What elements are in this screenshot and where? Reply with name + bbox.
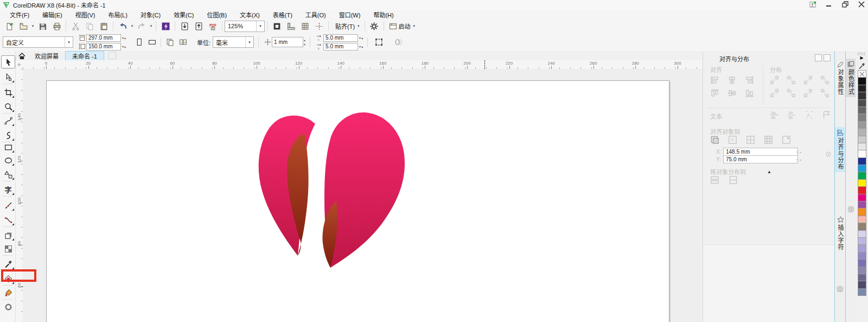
palette-swatch-25[interactable] — [858, 252, 866, 260]
docker-tab-3[interactable]: 插入字符 — [835, 214, 846, 252]
treat-as-filled-button[interactable] — [372, 36, 385, 49]
palette-swatch-28[interactable] — [858, 274, 866, 281]
drop-shadow-tool[interactable] — [1, 229, 15, 242]
page-height-input-stepper[interactable]: ▾▴ — [122, 45, 126, 48]
palette-eyedropper-icon[interactable] — [858, 62, 865, 71]
apply-to-all-pages-button[interactable] — [163, 36, 176, 49]
menu-1[interactable]: 文件(F) — [3, 10, 36, 20]
palette-swatch-26[interactable] — [858, 259, 866, 267]
page-preset-combobox[interactable]: 自定义▾ — [3, 36, 73, 48]
palette-swatch-14[interactable] — [858, 172, 866, 179]
undo-button[interactable] — [116, 20, 130, 33]
docker-float-button[interactable] — [815, 54, 822, 61]
shape-tool[interactable] — [1, 71, 15, 84]
palette-swatch-1[interactable] — [858, 77, 866, 85]
close-button[interactable] — [857, 1, 866, 8]
import-button[interactable] — [177, 20, 192, 33]
pdf-publish-button[interactable]: PDF — [206, 20, 220, 33]
page-height-input[interactable]: 150.0 mm — [86, 43, 121, 50]
palette-swatch-15[interactable] — [858, 179, 866, 187]
palette-swatch-17[interactable] — [858, 194, 866, 201]
horizontal-ruler[interactable]: 0204060801001201401601802002202402602803… — [23, 60, 703, 70]
save-button[interactable] — [35, 20, 49, 33]
fullscreen-preview-button[interactable] — [270, 20, 284, 33]
palette-swatch-16[interactable] — [858, 186, 866, 194]
account-badge-icon[interactable] — [808, 1, 817, 8]
palette-swatch-24[interactable] — [858, 244, 866, 252]
smart-fill-tool[interactable] — [1, 286, 15, 299]
minimize-button[interactable] — [825, 1, 833, 8]
grid-toggle-button[interactable] — [298, 20, 312, 33]
palette-swatch-18[interactable] — [858, 201, 866, 209]
palette-swatch-29[interactable] — [858, 281, 866, 288]
drawing-canvas[interactable] — [23, 69, 703, 322]
home-tab-icon[interactable] — [15, 52, 28, 60]
palette-swatch-27[interactable] — [858, 267, 866, 274]
text-tool[interactable]: 字 — [1, 183, 15, 196]
zoom-tool[interactable] — [1, 100, 15, 113]
nudge-distance-input[interactable]: 1 mm — [272, 37, 303, 47]
menu-4[interactable]: 布局(L) — [101, 10, 133, 20]
menu-8[interactable]: 文本(X) — [233, 10, 266, 20]
redo-dropdown[interactable]: ▾ — [149, 20, 154, 32]
new-tab-button[interactable] — [108, 52, 116, 59]
menu-6[interactable]: 效果(C) — [167, 10, 200, 20]
palette-swatch-19[interactable] — [858, 208, 866, 216]
open-folder-button[interactable] — [16, 20, 30, 33]
apply-to-current-page-button[interactable]: 10 — [176, 36, 189, 49]
palette-swatch-5[interactable] — [858, 106, 866, 114]
snap-to-button[interactable]: 贴齐(T)▾ — [331, 20, 362, 33]
specify-point-icon[interactable] — [825, 151, 832, 157]
y-stepper[interactable]: ▾▴ — [796, 157, 801, 161]
vertical-ruler[interactable]: 140120100806040 — [15, 69, 23, 322]
menu-7[interactable]: 位图(B) — [200, 10, 233, 20]
guidelines-toggle-button[interactable] — [312, 20, 326, 33]
menu-12[interactable]: 帮助(H) — [367, 10, 400, 20]
zoom-level-combobox[interactable]: 125%▾ — [225, 21, 265, 32]
restore-button[interactable] — [841, 1, 850, 8]
palette-swatch-21[interactable] — [858, 223, 866, 230]
palette-swatch-7[interactable] — [858, 121, 866, 129]
palette-swatch-11[interactable] — [858, 150, 866, 157]
dimension-tool[interactable] — [1, 199, 15, 212]
strip-collapse-button[interactable] — [847, 206, 854, 213]
tab-welcome-screen[interactable]: 欢迎屏幕 — [28, 52, 65, 60]
rulers-toggle-button[interactable] — [284, 20, 298, 33]
palette-swatch-10[interactable] — [858, 143, 866, 150]
rectangle-tool[interactable] — [1, 141, 15, 154]
color-eyedropper-tool[interactable] — [1, 257, 15, 270]
search-content-button[interactable] — [158, 20, 173, 33]
freehand-tool[interactable] — [1, 114, 15, 127]
pick-tool[interactable] — [1, 55, 15, 68]
tab-untitled-document[interactable]: 未命名 -1 — [65, 51, 104, 60]
palette-no-fill-swatch[interactable] — [858, 70, 866, 78]
palette-flyout-arrow[interactable]: ▶ — [860, 55, 863, 62]
x-coordinate-input[interactable]: 148.5 mm — [723, 148, 798, 156]
export-button[interactable] — [192, 20, 206, 33]
palette-swatch-22[interactable] — [858, 230, 866, 238]
connector-tool[interactable] — [1, 213, 15, 226]
palette-swatch-8[interactable] — [858, 128, 866, 136]
page-width-input-stepper[interactable]: ▾▴ — [122, 36, 126, 40]
options-gear-button[interactable] — [367, 20, 381, 33]
menu-9[interactable]: 表格(T) — [266, 10, 299, 20]
duplicate-distance-x-input-stepper[interactable]: ▾▴ — [359, 36, 363, 40]
paste-button[interactable] — [97, 20, 111, 33]
docker-collapse-arrow[interactable]: ▲ — [767, 169, 771, 174]
units-combobox[interactable]: 毫米▾ — [213, 36, 254, 48]
x-stepper[interactable]: ▾▴ — [796, 150, 801, 154]
artistic-media-tool[interactable] — [1, 129, 15, 142]
nudge-stepper[interactable]: ▴▾ — [304, 38, 305, 47]
palette-swatch-3[interactable] — [858, 92, 866, 99]
palette-swatch-6[interactable] — [858, 113, 866, 121]
menu-5[interactable]: 对象(C) — [134, 10, 167, 20]
menu-11[interactable]: 窗口(W) — [333, 10, 367, 20]
print-button[interactable] — [49, 20, 63, 33]
palette-swatch-13[interactable] — [858, 165, 866, 172]
undo-dropdown[interactable]: ▾ — [130, 20, 135, 32]
docker-close-button[interactable] — [824, 54, 831, 61]
menu-2[interactable]: 编辑(E) — [36, 10, 69, 20]
palette-swatch-20[interactable] — [858, 216, 866, 223]
new-document-button[interactable] — [2, 20, 16, 33]
transparency-tool[interactable] — [1, 242, 15, 255]
